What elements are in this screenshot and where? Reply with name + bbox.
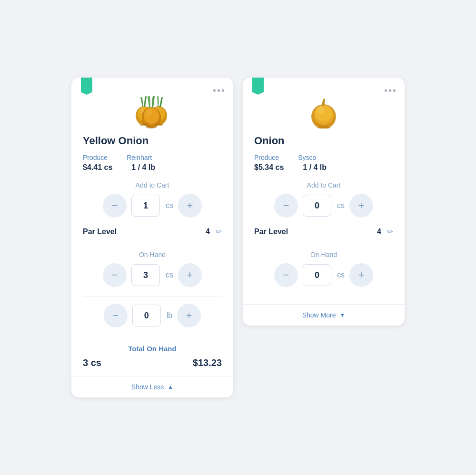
- show-toggle-label: Show More: [302, 311, 336, 319]
- product-meta: Produce Sysco: [254, 154, 393, 161]
- par-level-row: Par Level 4 ✏: [83, 227, 222, 236]
- par-level-edit-icon[interactable]: ✏: [216, 227, 222, 236]
- product-price-row: $5.34 cs 1 / 4 lb: [254, 163, 393, 172]
- on-hand-lb-decrement-button[interactable]: −: [104, 304, 128, 327]
- on-hand-label: On Hand: [83, 251, 222, 258]
- cart-quantity-input[interactable]: [131, 195, 160, 217]
- divider-2: [83, 297, 222, 297]
- on-hand-lb-input[interactable]: [132, 305, 161, 327]
- card-body-onion: Onion Produce Sysco $5.34 cs 1 / 4 lb Ad…: [243, 135, 405, 304]
- add-to-cart-label: Add to Cart: [254, 181, 393, 189]
- cart-increment-button[interactable]: +: [178, 194, 202, 218]
- vendor-label: Reinhart: [127, 154, 152, 161]
- divider-1: [254, 244, 393, 244]
- cart-stepper-row: − cs +: [254, 194, 393, 218]
- on-hand-cs-unit: cs: [166, 271, 173, 279]
- par-level-label: Par Level: [83, 228, 117, 236]
- more-menu-button[interactable]: •••: [384, 85, 397, 96]
- par-level-row: Par Level 4 ✏: [254, 227, 393, 236]
- svg-point-10: [144, 108, 159, 124]
- on-hand-cs-input[interactable]: [303, 264, 331, 286]
- on-hand-cs-decrement-button[interactable]: −: [103, 263, 127, 287]
- price-value: $5.34 cs: [254, 163, 284, 172]
- total-cost-value: $13.23: [193, 357, 222, 368]
- total-on-hand-section: Total On Hand 3 cs $13.23: [71, 345, 233, 368]
- more-menu-button[interactable]: •••: [213, 85, 226, 96]
- card-yellow-onion: •••: [71, 78, 233, 397]
- on-hand-cs-input[interactable]: [131, 264, 160, 286]
- show-less-toggle[interactable]: Show Less ▲: [71, 376, 233, 397]
- product-name: Yellow Onion: [83, 135, 222, 147]
- card-body-yellow-onion: Yellow Onion Produce Reinhart $4.41 cs 1…: [71, 135, 233, 345]
- par-level-value: 4: [206, 228, 210, 236]
- product-image: [302, 93, 345, 129]
- product-price-row: $4.41 cs 1 / 4 lb: [83, 163, 222, 172]
- add-to-cart-label: Add to Cart: [83, 181, 222, 189]
- svg-point-11: [146, 109, 152, 116]
- cart-increment-button[interactable]: +: [349, 194, 373, 218]
- category-label: Produce: [254, 154, 279, 161]
- on-hand-cs-stepper-row: − cs +: [254, 263, 393, 287]
- on-hand-cs-decrement-button[interactable]: −: [274, 263, 298, 287]
- svg-point-12: [139, 123, 149, 126]
- product-image-area: [71, 78, 233, 135]
- price-value: $4.41 cs: [83, 163, 112, 172]
- on-hand-cs-unit: cs: [337, 271, 345, 279]
- cart-unit-label: cs: [337, 201, 345, 210]
- cards-container: •••: [62, 59, 414, 416]
- cart-decrement-button[interactable]: −: [103, 194, 127, 218]
- cart-unit-label: cs: [166, 201, 173, 210]
- unit-size-value: 1 / 4 lb: [303, 163, 327, 172]
- on-hand-lb-stepper-row: − lb +: [83, 304, 222, 327]
- cart-decrement-button[interactable]: −: [274, 194, 298, 218]
- product-meta: Produce Reinhart: [83, 154, 222, 161]
- par-level-label: Par Level: [254, 228, 288, 236]
- unit-size-value: 1 / 4 lb: [131, 163, 155, 172]
- total-qty-value: 3 cs: [83, 357, 101, 368]
- svg-point-18: [315, 105, 332, 121]
- divider-1: [83, 244, 222, 244]
- bookmark-icon: [252, 78, 264, 95]
- product-image-area: [243, 78, 405, 135]
- show-toggle-arrow: ▲: [168, 384, 173, 390]
- card-onion: ••• Onion Produce Sysco: [243, 78, 405, 326]
- vendor-label: Sysco: [298, 154, 316, 161]
- cart-quantity-input[interactable]: [303, 195, 331, 217]
- svg-point-13: [154, 123, 163, 126]
- svg-point-14: [146, 126, 157, 129]
- category-label: Produce: [83, 154, 108, 161]
- on-hand-cs-increment-button[interactable]: +: [178, 263, 202, 287]
- show-toggle-label: Show Less: [131, 383, 164, 391]
- total-on-hand-label: Total On Hand: [83, 345, 222, 353]
- on-hand-label: On Hand: [254, 251, 393, 258]
- on-hand-lb-unit: lb: [167, 311, 172, 320]
- total-row: 3 cs $13.23: [83, 357, 222, 368]
- par-level-value: 4: [377, 228, 381, 236]
- cart-stepper-row: − cs +: [83, 194, 222, 218]
- on-hand-cs-stepper-row: − cs +: [83, 263, 222, 287]
- par-level-edit-icon[interactable]: ✏: [387, 227, 393, 236]
- svg-point-19: [317, 106, 324, 114]
- show-more-toggle[interactable]: Show More ▼: [243, 304, 405, 326]
- on-hand-cs-increment-button[interactable]: +: [349, 263, 373, 287]
- show-toggle-arrow: ▼: [339, 312, 345, 318]
- on-hand-lb-increment-button[interactable]: +: [177, 304, 201, 327]
- product-image: [131, 93, 174, 129]
- product-name: Onion: [254, 135, 393, 147]
- bookmark-icon: [81, 78, 92, 95]
